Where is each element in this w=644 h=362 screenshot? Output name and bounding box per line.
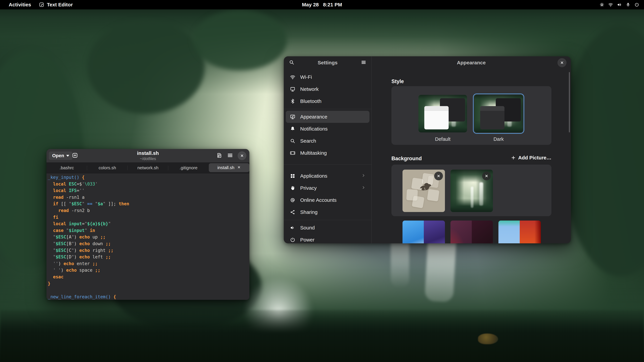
code-line: '') echo enter ;; — [48, 260, 250, 267]
settings-title: Settings — [318, 60, 338, 65]
mini-window-front — [480, 106, 504, 129]
background-thumb-forest[interactable] — [450, 170, 493, 212]
top-bar: Activities Text Editor May 28 8:21 PM — [0, 0, 644, 9]
sidebar-item-label: Search — [300, 138, 316, 144]
code-line: "$ESC[A") echo up ;; — [48, 234, 250, 241]
open-document-button[interactable]: Open — [49, 151, 72, 160]
search-icon[interactable] — [289, 59, 294, 66]
focused-app-name: Text Editor — [47, 2, 72, 7]
sidebar-item-label: Sound — [300, 225, 315, 231]
code-line: ' ') echo space ;; — [48, 267, 250, 274]
activities-button[interactable]: Activities — [6, 2, 34, 7]
settings-window: Settings Wi-FiNetworkBluetoothAppearance… — [284, 56, 571, 243]
microphone-icon[interactable] — [626, 2, 630, 7]
power-icon[interactable] — [634, 2, 639, 7]
wallpaper-tile-blue-orange[interactable] — [498, 221, 541, 243]
wallpaper-tile-blue-purple[interactable] — [402, 221, 445, 243]
chevron-down-icon — [66, 155, 69, 157]
sidebar-item-label: Notifications — [300, 126, 328, 132]
wifi-icon[interactable] — [608, 2, 613, 7]
sidebar-item-label: Appearance — [300, 114, 327, 120]
sidebar-item-appearance[interactable]: Appearance — [286, 111, 370, 123]
code-line: "$ESC[D") echo left ;; — [48, 254, 250, 260]
sidebar-separator — [284, 164, 372, 165]
editor-headerbar: Open install.sh ~/dotfiles — [46, 149, 250, 162]
clock-date: May 28 — [302, 2, 319, 7]
sidebar-item-search[interactable]: Search — [286, 135, 370, 147]
speaker-icon — [290, 225, 296, 231]
hamburger-menu-icon[interactable] — [361, 59, 366, 66]
code-line: "$ESC[C") echo right ;; — [48, 247, 250, 254]
close-tab-icon[interactable] — [237, 165, 241, 170]
apps-icon — [290, 173, 296, 179]
tab-.bashrc[interactable]: .bashrc — [46, 162, 87, 173]
power-icon — [290, 237, 296, 243]
dragon-logo — [417, 181, 431, 195]
sidebar-item-label: Privacy — [300, 185, 317, 191]
clock[interactable]: May 28 8:21 PM — [302, 2, 342, 7]
style-option-dark[interactable] — [474, 95, 523, 132]
sidebar-item-wi-fi[interactable]: Wi-Fi — [286, 71, 370, 83]
chevron-right-icon — [361, 173, 366, 179]
bell-icon — [290, 126, 296, 132]
wallpaper-rocks — [0, 310, 644, 362]
remove-background-button[interactable] — [434, 172, 443, 180]
code-line: read -rsn2 b — [48, 207, 250, 214]
panel-title: Appearance — [457, 60, 486, 65]
code-line: local input="${a}${b}" — [48, 221, 250, 227]
code-line: } — [48, 280, 250, 287]
at-icon — [290, 197, 296, 203]
sidebar-item-label: Power — [300, 237, 314, 243]
sidebar-item-sound[interactable]: Sound — [286, 222, 370, 234]
hamburger-menu-icon[interactable] — [227, 152, 233, 159]
sidebar-item-multitasking[interactable]: Multitasking — [286, 147, 370, 159]
system-status-area[interactable] — [600, 2, 639, 7]
tab-label: install.sh — [217, 165, 234, 170]
background-thumb-tiles-dragon[interactable] — [402, 170, 445, 212]
new-tab-button[interactable] — [72, 152, 79, 159]
sidebar-item-privacy[interactable]: Privacy — [286, 182, 370, 194]
document-search-button[interactable] — [216, 152, 222, 159]
wallpaper-turtle — [478, 334, 498, 344]
sidebar-item-network[interactable]: Network — [286, 83, 370, 95]
sidebar-item-online-accounts[interactable]: Online Accounts — [286, 194, 370, 206]
sidebar-item-notifications[interactable]: Notifications — [286, 123, 370, 135]
brightness-icon[interactable] — [600, 2, 604, 7]
multitasking-icon — [290, 150, 296, 156]
sidebar-item-sharing[interactable]: Sharing — [286, 206, 370, 218]
scrollbar[interactable] — [569, 72, 570, 132]
tab-label: .bashrc — [60, 165, 74, 170]
wifi-icon — [290, 74, 296, 80]
sidebar-item-applications[interactable]: Applications — [286, 170, 370, 182]
sidebar-item-label: Wi-Fi — [300, 74, 312, 80]
volume-icon[interactable] — [617, 2, 622, 7]
sidebar-item-label: Bluetooth — [300, 98, 322, 104]
bluetooth-icon — [290, 98, 296, 104]
tab-label: .gitignore — [180, 165, 198, 170]
tab-label: network.sh — [137, 165, 158, 170]
tab-colors.sh[interactable]: colors.sh — [87, 162, 128, 173]
style-dark-label: Dark — [474, 136, 523, 142]
tab-network.sh[interactable]: network.sh — [128, 162, 168, 173]
remove-background-button[interactable] — [482, 172, 491, 180]
network-icon — [290, 86, 296, 92]
tab-install.sh[interactable]: install.sh — [209, 163, 250, 172]
plus-icon — [511, 155, 516, 160]
editor-actions — [216, 151, 246, 160]
close-settings-button[interactable] — [558, 58, 566, 67]
sidebar-item-bluetooth[interactable]: Bluetooth — [286, 95, 370, 107]
sidebar-item-label: Sharing — [300, 209, 318, 215]
focused-app-menu[interactable]: Text Editor — [39, 2, 72, 7]
code-editor[interactable]: _key_input() { local ESC=$'\033' local I… — [46, 173, 250, 300]
wallpaper-trees — [562, 25, 644, 277]
wallpaper-trees — [193, 10, 287, 70]
wallpaper-tile-red-maroon[interactable] — [450, 221, 493, 243]
sidebar-item-power[interactable]: Power — [286, 234, 370, 243]
code-line: read -rsn1 a — [48, 194, 250, 201]
add-picture-button[interactable]: Add Picture… — [511, 155, 552, 161]
settings-sidebar: Settings Wi-FiNetworkBluetoothAppearance… — [284, 56, 372, 243]
tab-.gitignore[interactable]: .gitignore — [168, 162, 209, 173]
style-option-default[interactable] — [418, 95, 467, 132]
code-line — [48, 287, 250, 294]
close-window-button[interactable] — [238, 151, 246, 160]
